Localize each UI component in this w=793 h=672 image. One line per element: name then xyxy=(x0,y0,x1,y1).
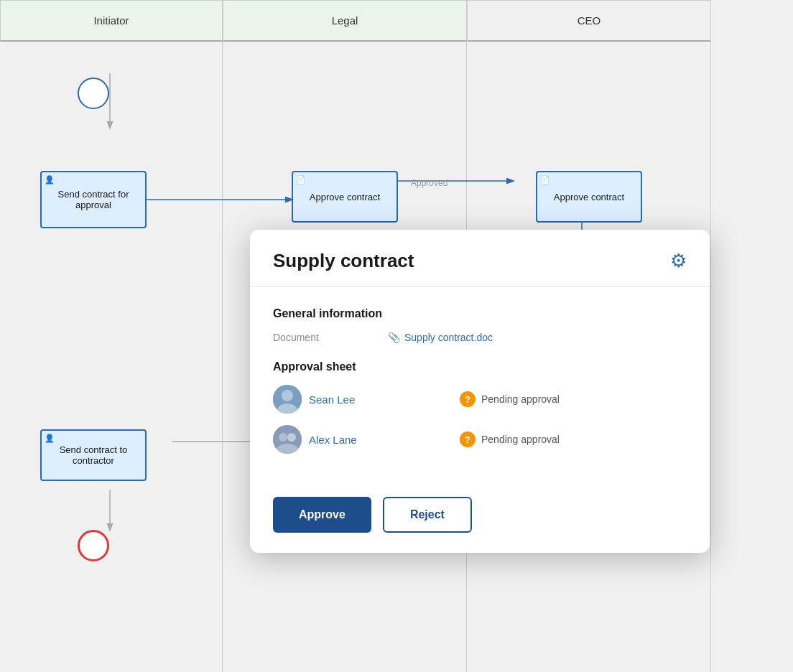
task-icon-doc2: 📄 xyxy=(540,175,550,185)
approval-item-alex: Alex Lane ? Pending approval xyxy=(273,425,687,454)
task-approve-legal[interactable]: 📄 Approve contract xyxy=(292,171,398,223)
swimlane-headers: Initiator Legal CEO xyxy=(0,0,711,42)
modal-footer: Approve Reject xyxy=(250,482,710,553)
swimlane-legal-header: Legal xyxy=(223,0,467,42)
task-icon-user: 👤 xyxy=(45,175,55,185)
task-approve-ceo-label: Approve contract xyxy=(554,192,624,202)
approved-label: Approved xyxy=(411,178,447,188)
avatar-sean xyxy=(273,385,302,414)
supply-contract-modal: Supply contract ⚙ General information Do… xyxy=(250,230,710,553)
svg-point-7 xyxy=(282,390,293,401)
sean-status-icon: ? xyxy=(460,391,476,407)
svg-point-10 xyxy=(279,433,287,442)
task-icon-user2: 👤 xyxy=(45,434,55,443)
approval-list: Sean Lee ? Pending approval xyxy=(273,385,687,454)
initiator-label: Initiator xyxy=(93,14,129,27)
task-icon-doc: 📄 xyxy=(296,175,306,185)
modal-header: Supply contract ⚙ xyxy=(250,230,710,287)
approver-alex-info: Alex Lane xyxy=(273,425,460,454)
approver-alex-name[interactable]: Alex Lane xyxy=(309,434,357,446)
task-send-approval-label: Send contract for approval xyxy=(47,189,139,210)
approve-button[interactable]: Approve xyxy=(273,497,371,533)
approver-sean-info: Sean Lee xyxy=(273,385,460,414)
approval-item-sean: Sean Lee ? Pending approval xyxy=(273,385,687,414)
document-row: Document 📎 Supply contract.doc xyxy=(273,332,687,343)
lane-initiator: 👤 Send contract for approval 👤 Send cont… xyxy=(0,42,223,672)
end-event xyxy=(78,530,109,561)
modal-body: General information Document 📎 Supply co… xyxy=(250,287,710,482)
document-label: Document xyxy=(273,332,388,343)
document-filename[interactable]: Supply contract.doc xyxy=(404,332,493,343)
approver-sean-name[interactable]: Sean Lee xyxy=(309,393,355,406)
swimlane-initiator-header: Initiator xyxy=(0,0,223,42)
task-approve-ceo[interactable]: 📄 Approve contract xyxy=(536,171,642,223)
alex-status-info: ? Pending approval xyxy=(460,431,560,447)
task-send-contractor[interactable]: 👤 Send contract to contractor xyxy=(40,429,147,481)
approval-sheet-title: Approval sheet xyxy=(273,360,687,373)
task-send-approval[interactable]: 👤 Send contract for approval xyxy=(40,171,147,228)
document-value[interactable]: 📎 Supply contract.doc xyxy=(388,332,493,343)
task-approve-legal-label: Approve contract xyxy=(310,192,380,202)
reject-button[interactable]: Reject xyxy=(383,497,472,533)
task-send-contractor-label: Send contract to contractor xyxy=(47,444,139,466)
svg-point-11 xyxy=(287,433,296,442)
swimlane-ceo-header: CEO xyxy=(467,0,711,42)
sean-status-text: Pending approval xyxy=(481,393,560,405)
legal-label: Legal xyxy=(332,14,358,27)
modal-title: Supply contract xyxy=(273,250,414,272)
ceo-label: CEO xyxy=(578,14,601,27)
sean-status-info: ? Pending approval xyxy=(460,391,560,407)
alex-status-icon: ? xyxy=(460,431,476,447)
settings-icon[interactable]: ⚙ xyxy=(670,250,687,272)
general-info-section-title: General information xyxy=(273,307,687,320)
alex-status-text: Pending approval xyxy=(481,434,560,445)
start-event xyxy=(78,78,109,109)
avatar-alex xyxy=(273,425,302,454)
paperclip-icon: 📎 xyxy=(388,332,400,343)
